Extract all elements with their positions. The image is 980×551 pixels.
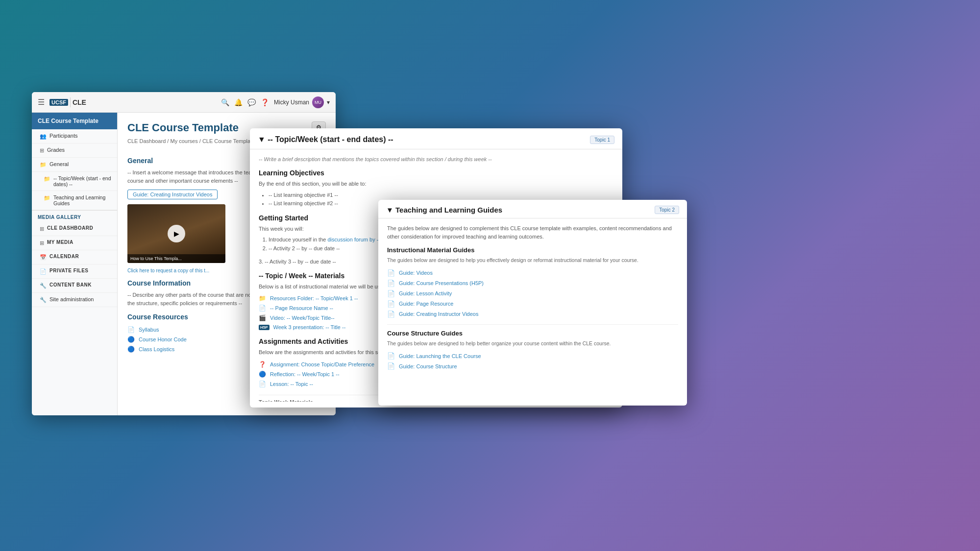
popup-teaching-header: ▼ Teaching and Learning Guides Topic 2 bbox=[378, 200, 687, 218]
guide-lesson[interactable]: 📄 Guide: Lesson Activity bbox=[387, 288, 678, 299]
h5p-link[interactable]: Week 3 presentation: -- Title -- bbox=[273, 324, 346, 330]
breadcrumb-current[interactable]: CLE Course Template bbox=[202, 138, 255, 144]
sidebar-item-content-bank[interactable]: 🔧 CONTENT BANK bbox=[32, 279, 117, 293]
cle-brand: CLE bbox=[73, 98, 86, 106]
sidebar-item-label: Teaching and Learning Guides bbox=[53, 194, 111, 206]
teaching-description: The guides below are designed to complem… bbox=[387, 224, 678, 240]
play-button[interactable]: ▶ bbox=[168, 225, 185, 242]
sidebar-item-label: General bbox=[49, 161, 69, 167]
guide-label: Guide: Course Structure bbox=[399, 363, 457, 369]
learning-objectives-intro: By the end of this section, you will be … bbox=[259, 180, 613, 188]
ucsf-logo: UCSF CLE bbox=[49, 97, 86, 107]
sidebar-item-label: PRIVATE FILES bbox=[49, 268, 88, 273]
menu-icon[interactable]: ☰ bbox=[38, 97, 45, 107]
honor-code-link[interactable]: Course Honor Code bbox=[139, 336, 187, 342]
sidebar-item-grades[interactable]: ⊞ Grades bbox=[32, 144, 117, 158]
search-icon[interactable]: 🔍 bbox=[221, 98, 229, 106]
participants-icon: 👥 bbox=[40, 133, 47, 140]
video-thumbnail[interactable]: ▶ How to Use This Templa... bbox=[127, 204, 225, 263]
doc-icon: 📄 bbox=[387, 311, 395, 318]
sidebar-item-general[interactable]: 📁 General bbox=[32, 158, 117, 172]
breadcrumb-my-courses[interactable]: My courses bbox=[170, 138, 197, 144]
guide-instructor-videos[interactable]: 📄 Guide: Creating Instructor Videos bbox=[387, 309, 678, 319]
sidebar: CLE Course Template 👥 Participants ⊞ Gra… bbox=[32, 113, 118, 415]
page-link[interactable]: -- Page Resource Name -- bbox=[270, 305, 333, 311]
guide-page-resource[interactable]: 📄 Guide: Page Resource bbox=[387, 299, 678, 309]
instructional-guides-desc: The guides below are designed to help yo… bbox=[387, 257, 678, 264]
popup-teaching-title: ▼ Teaching and Learning Guides bbox=[386, 206, 502, 214]
browser-toolbar: ☰ UCSF CLE 🔍 🔔 💬 ❓ Micky Usman MU ▾ bbox=[32, 92, 336, 113]
video-label: How to Use This Templa... bbox=[127, 254, 225, 263]
sidebar-item-private-files[interactable]: 📄 PRIVATE FILES bbox=[32, 264, 117, 279]
doc-icon: 📄 bbox=[387, 290, 395, 297]
instructional-guides-title: Instructional Material Guides bbox=[387, 246, 678, 254]
course-structure-title: Course Structure Guides bbox=[387, 330, 678, 337]
folder-link[interactable]: Resources Folder: -- Topic/Week 1 -- bbox=[270, 295, 358, 301]
help-icon[interactable]: ❓ bbox=[261, 98, 269, 106]
sidebar-item-label: -- Topic/Week (start - end dates) -- bbox=[53, 175, 111, 187]
sidebar-section-media: Media Gallery bbox=[32, 210, 117, 222]
guide-launching[interactable]: 📄 Guide: Launching the CLE Course bbox=[387, 351, 678, 361]
guide-presentations[interactable]: 📄 Guide: Course Presentations (H5P) bbox=[387, 278, 678, 288]
grades-icon: ⊞ bbox=[40, 147, 44, 154]
guide-label: Guide: Page Resource bbox=[399, 301, 453, 307]
course-structure-desc: The guides below are designed to help be… bbox=[387, 340, 678, 347]
dropdown-icon[interactable]: ▾ bbox=[327, 99, 330, 106]
sidebar-course-title[interactable]: CLE Course Template bbox=[32, 113, 117, 129]
video-icon: 🎬 bbox=[259, 314, 266, 321]
sidebar-item-my-media[interactable]: ⊞ MY MEDIA bbox=[32, 236, 117, 250]
sidebar-item-label: Participants bbox=[49, 133, 77, 139]
ucsf-brand: UCSF bbox=[49, 99, 68, 106]
breadcrumb-dashboard[interactable]: CLE Dashboard bbox=[127, 138, 166, 144]
discussion-forum-link[interactable]: discussion forum by - bbox=[327, 237, 378, 242]
sidebar-item-site-admin[interactable]: 🔧 Site administration bbox=[32, 293, 117, 307]
calendar-icon: 📅 bbox=[40, 254, 47, 261]
assignment-link-1[interactable]: Assignment: Choose Topic/Date Preference bbox=[270, 361, 374, 367]
sidebar-item-calendar[interactable]: 📅 CALENDAR bbox=[32, 250, 117, 264]
sidebar-item-topic-week[interactable]: 📁 -- Topic/Week (start - end dates) -- bbox=[32, 172, 117, 191]
doc-icon: 📄 bbox=[387, 280, 395, 287]
sidebar-item-cle-dashboard[interactable]: ⊞ CLE DASHBOARD bbox=[32, 222, 117, 236]
guide-course-structure[interactable]: 📄 Guide: Course Structure bbox=[387, 361, 678, 371]
doc-icon: 📄 bbox=[387, 362, 395, 370]
topic-badge-2: Topic 2 bbox=[655, 206, 679, 214]
folder-icon: 📁 bbox=[44, 195, 50, 201]
video-link[interactable]: Video: -- Week/Topic Title-- bbox=[270, 315, 335, 321]
lesson-link[interactable]: Lesson: -- Topic -- bbox=[270, 381, 313, 387]
content-bank-icon: 🔧 bbox=[40, 283, 47, 289]
guide-videos[interactable]: 📄 Guide: Videos bbox=[387, 268, 678, 278]
h5p-icon: H5P bbox=[259, 325, 270, 330]
doc-icon: 📄 bbox=[387, 300, 395, 308]
syllabus-link[interactable]: Syllabus bbox=[139, 327, 159, 333]
learning-objectives-title: Learning Objectives bbox=[259, 169, 613, 177]
popup-topic-title: ▼ -- Topic/Week (start - end dates) -- bbox=[258, 135, 393, 144]
file-icon: 📄 bbox=[40, 268, 47, 275]
sidebar-item-label: Grades bbox=[47, 147, 65, 153]
popup-topic-header: ▼ -- Topic/Week (start - end dates) -- T… bbox=[250, 128, 622, 149]
guide-label: Guide: Launching the CLE Course bbox=[399, 353, 481, 359]
user-name: Micky Usman bbox=[274, 99, 309, 106]
lesson-icon: 📄 bbox=[259, 381, 266, 387]
user-info[interactable]: Micky Usman MU ▾ bbox=[274, 96, 330, 108]
media-icon: ⊞ bbox=[40, 240, 44, 246]
chat-icon[interactable]: 💬 bbox=[247, 98, 256, 106]
folder-icon: 📁 bbox=[259, 295, 266, 302]
guide-link-button[interactable]: Guide: Creating Instructor Videos bbox=[127, 190, 218, 199]
popup-teaching: ▼ Teaching and Learning Guides Topic 2 T… bbox=[378, 200, 687, 406]
class-logistics-link[interactable]: Class Logistics bbox=[139, 346, 174, 352]
question-icon: ❓ bbox=[259, 361, 266, 368]
sidebar-item-label: CONTENT BANK bbox=[49, 282, 92, 287]
reflection-link[interactable]: Reflection: -- Week/Topic 1 -- bbox=[270, 371, 340, 377]
bell-icon[interactable]: 🔔 bbox=[234, 98, 243, 106]
sidebar-item-label: MY MEDIA bbox=[47, 240, 74, 245]
guide-label: Guide: Course Presentations (H5P) bbox=[399, 280, 484, 286]
page-title: CLE Course Template bbox=[127, 121, 255, 134]
logistics-icon: 🔵 bbox=[127, 346, 135, 353]
page-icon: 📄 bbox=[259, 305, 266, 311]
sidebar-item-label: CALENDAR bbox=[49, 254, 79, 259]
sidebar-item-label: CLE DASHBOARD bbox=[47, 225, 93, 231]
sidebar-item-teaching[interactable]: 📁 Teaching and Learning Guides bbox=[32, 191, 117, 210]
doc-icon: 📄 bbox=[127, 326, 135, 333]
doc-icon: 📄 bbox=[387, 352, 395, 359]
sidebar-item-participants[interactable]: 👥 Participants bbox=[32, 129, 117, 144]
